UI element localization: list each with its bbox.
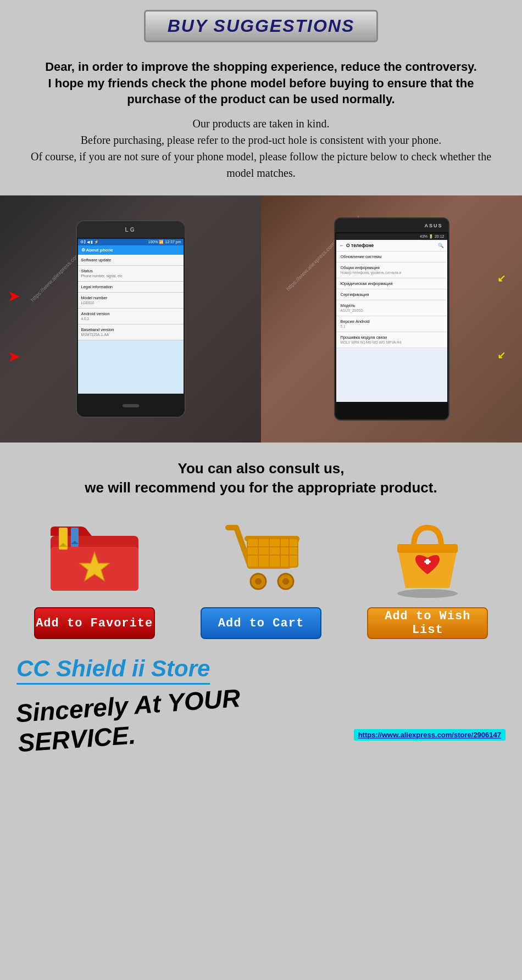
- svg-point-15: [255, 578, 262, 585]
- asus-screen: 43% 🔋 20:12 ← О телефоне 🔍 Обновление си…: [336, 233, 447, 402]
- lg-screen: ⚙ ₿ ◀ ▮ ⚡ 100% 📶 12:37 pm ⚙ About phone …: [78, 239, 184, 394]
- asus-phone-top: ASUS: [335, 219, 448, 232]
- cart-action-item: Add to Cart: [184, 514, 338, 639]
- arrow-right-bottom: ↙: [497, 349, 506, 361]
- favorite-icon: [45, 514, 144, 602]
- lg-item-6: Baseband versionMSM7225A-1-AA: [78, 324, 184, 340]
- lg-item-1: Software update: [78, 255, 184, 266]
- lg-item-3: Legal information: [78, 282, 184, 293]
- lg-item-4: Model numberLGE610: [78, 293, 184, 309]
- add-to-wishlist-button[interactable]: Add to Wish List: [367, 607, 488, 639]
- left-phone-image: https://www.aliexpress.com/store/2906147…: [0, 195, 261, 443]
- svg-point-17: [282, 578, 289, 585]
- arrow-left-bottom: ➤: [8, 349, 19, 365]
- page-wrapper: BUY SUGGESTIONS Dear, in order to improv…: [0, 0, 522, 754]
- lg-home-button: [123, 404, 139, 407]
- lg-item-5: Android version4.0.3: [78, 309, 184, 324]
- store-link-wrapper: https://www.aliexpress.com/store/2906147: [354, 729, 506, 746]
- cart-svg: [217, 517, 305, 599]
- asus-status-bar: 43% 🔋 20:12: [336, 233, 447, 240]
- arrow-right-top: ↙: [497, 272, 506, 284]
- bag-svg: [384, 517, 471, 599]
- asus-phone-bottom: [335, 403, 448, 419]
- favorite-action-item: Add to Favorite: [18, 514, 171, 639]
- store-link[interactable]: https://www.aliexpress.com/store/2906147: [354, 729, 506, 741]
- footer-bottom: Sincerely At YOUR SERVICE. https://www.a…: [16, 687, 506, 746]
- svg-rect-7: [247, 539, 298, 567]
- asus-item-7: Прошивка модуля связиMOLY WR8 W1449 MD W…: [336, 332, 447, 348]
- consult-text: You can also consult us, we will recomme…: [16, 459, 506, 497]
- lg-phone-top: LG: [77, 221, 185, 238]
- wishlist-action-item: Add to Wish List: [351, 514, 504, 639]
- intro-normal-text: Our products are taken in kind. Before p…: [22, 115, 500, 181]
- asus-item-1: Обновление системы: [336, 251, 447, 262]
- sincerely-text: Sincerely At YOUR SERVICE.: [15, 675, 356, 754]
- add-to-favorite-button[interactable]: Add to Favorite: [34, 607, 155, 639]
- lg-phone-mockup: LG ⚙ ₿ ◀ ▮ ⚡ 100% 📶 12:37 pm ⚙ About pho…: [76, 220, 186, 418]
- asus-about-header: ← О телефоне 🔍: [336, 240, 447, 251]
- action-section: Add to Favorite: [0, 503, 522, 645]
- lg-about-header: ⚙ About phone: [78, 245, 184, 255]
- header-section: BUY SUGGESTIONS: [0, 0, 522, 48]
- wishlist-icon: [378, 514, 477, 602]
- buy-suggestions-banner: BUY SUGGESTIONS: [144, 10, 379, 42]
- intro-bold-text: Dear, in order to improve the shopping e…: [22, 59, 500, 108]
- lg-phone-bottom: [77, 395, 185, 417]
- right-phone-image: https://www.aliexpress.com/store/2906147…: [261, 195, 522, 443]
- arrow-left-top: ➤: [8, 289, 19, 304]
- lg-item-2: StatusPhone number, signal, etc: [78, 266, 184, 282]
- add-to-cart-button[interactable]: Add to Cart: [201, 607, 321, 639]
- consult-section: You can also consult us, we will recomme…: [0, 443, 522, 503]
- phone-images-section: https://www.aliexpress.com/store/2906147…: [0, 195, 522, 443]
- svg-point-18: [397, 589, 458, 598]
- asus-item-4: Сертификация: [336, 289, 447, 300]
- footer-section: CC Shield ii Store Sincerely At YOUR SER…: [0, 645, 522, 754]
- intro-text-section: Dear, in order to improve the shopping e…: [0, 48, 522, 187]
- svg-rect-21: [426, 559, 429, 564]
- svg-rect-19: [397, 544, 458, 553]
- asus-item-3: Юридическая информация: [336, 278, 447, 289]
- asus-phone-mockup: ASUS 43% 🔋 20:12 ← О телефоне 🔍 Обновлен…: [334, 217, 449, 421]
- lg-status-bar: ⚙ ₿ ◀ ▮ ⚡ 100% 📶 12:37 pm: [78, 239, 184, 245]
- asus-item-2: Общая информацияНомер телефона, уровень …: [336, 262, 447, 278]
- cart-icon: [212, 514, 310, 602]
- asus-item-5: МодельASUS_Z00SD: [336, 300, 447, 316]
- folder-svg: [48, 517, 141, 599]
- store-name: CC Shield ii Store: [16, 656, 210, 685]
- asus-item-6: Версия Android5.1: [336, 316, 447, 332]
